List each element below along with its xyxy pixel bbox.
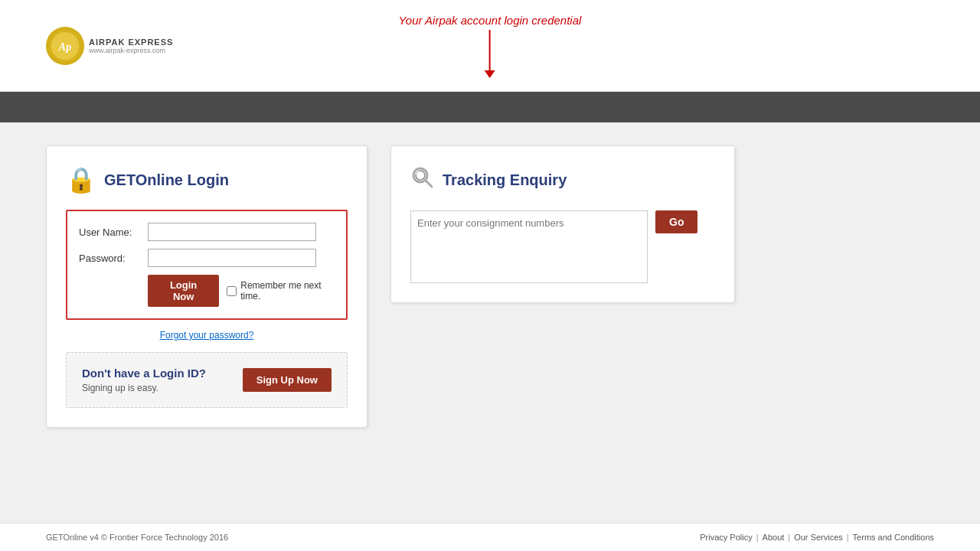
- tracking-title-row: Tracking Enquiry: [410, 165, 715, 195]
- signup-box: Don't have a Login ID? Signing up is eas…: [66, 352, 348, 408]
- footer-about-link[interactable]: About: [763, 533, 785, 542]
- go-button[interactable]: Go: [655, 210, 697, 233]
- remember-text: Remember me next time.: [240, 280, 335, 302]
- login-form-wrapper: User Name: Password: Login Now Remember …: [66, 210, 348, 320]
- footer-links: Privacy Policy | About | Our Services | …: [700, 533, 934, 542]
- remember-checkbox[interactable]: [227, 286, 237, 296]
- forgot-link[interactable]: Forgot your password?: [160, 330, 254, 341]
- svg-line-4: [426, 181, 432, 187]
- header-annotation: Your Airpak account login credential: [399, 14, 582, 72]
- svg-point-5: [416, 171, 420, 175]
- tracking-form: Go: [410, 210, 715, 283]
- logo-url: www.airpak-express.com: [89, 47, 173, 54]
- password-row: Password:: [79, 249, 335, 267]
- annotation-arrow: [489, 30, 491, 72]
- footer: GETOnline v4 © Frontier Force Technology…: [0, 523, 980, 551]
- signup-button[interactable]: Sign Up Now: [243, 368, 332, 392]
- login-button[interactable]: Login Now: [148, 275, 219, 307]
- logo: Ap AIRPAK EXPRESS www.airpak-express.com: [46, 27, 173, 65]
- username-row: User Name:: [79, 223, 335, 241]
- footer-terms-link[interactable]: Terms and Conditions: [853, 533, 934, 542]
- signup-text: Don't have a Login ID? Signing up is eas…: [82, 367, 206, 393]
- header: Ap AIRPAK EXPRESS www.airpak-express.com…: [0, 0, 980, 92]
- tracking-card: Tracking Enquiry Go: [390, 145, 735, 303]
- footer-copyright: GETOnline v4 © Frontier Force Technology…: [46, 533, 228, 542]
- login-title: GETOnline Login: [104, 171, 229, 189]
- footer-privacy-link[interactable]: Privacy Policy: [700, 533, 752, 542]
- consignment-textarea[interactable]: [410, 210, 648, 283]
- logo-icon: Ap: [46, 27, 84, 65]
- lock-icon: 🔒: [66, 165, 96, 194]
- magnifier-icon: [410, 165, 435, 195]
- logo-text-block: AIRPAK EXPRESS www.airpak-express.com: [89, 37, 173, 54]
- login-card: 🔒 GETOnline Login User Name: Password: L…: [46, 145, 368, 428]
- username-label: User Name:: [79, 227, 148, 238]
- tracking-title: Tracking Enquiry: [443, 171, 567, 189]
- signup-title: Don't have a Login ID?: [82, 367, 206, 380]
- forgot-password: Forgot your password?: [66, 329, 348, 341]
- username-input[interactable]: [148, 223, 316, 241]
- main-content: 🔒 GETOnline Login User Name: Password: L…: [0, 122, 980, 451]
- password-label: Password:: [79, 253, 148, 264]
- remember-label: Remember me next time.: [227, 280, 335, 302]
- password-input[interactable]: [148, 249, 316, 267]
- login-title-row: 🔒 GETOnline Login: [66, 165, 348, 194]
- annotation-text: Your Airpak account login credential: [399, 14, 582, 27]
- svg-text:Ap: Ap: [58, 41, 71, 53]
- logo-brand: AIRPAK EXPRESS: [89, 37, 173, 47]
- footer-services-link[interactable]: Our Services: [794, 533, 843, 542]
- login-action-row: Login Now Remember me next time.: [79, 275, 335, 307]
- navbar: [0, 92, 980, 122]
- signup-subtitle: Signing up is easy.: [82, 383, 206, 393]
- login-row: Login Now Remember me next time.: [148, 275, 335, 307]
